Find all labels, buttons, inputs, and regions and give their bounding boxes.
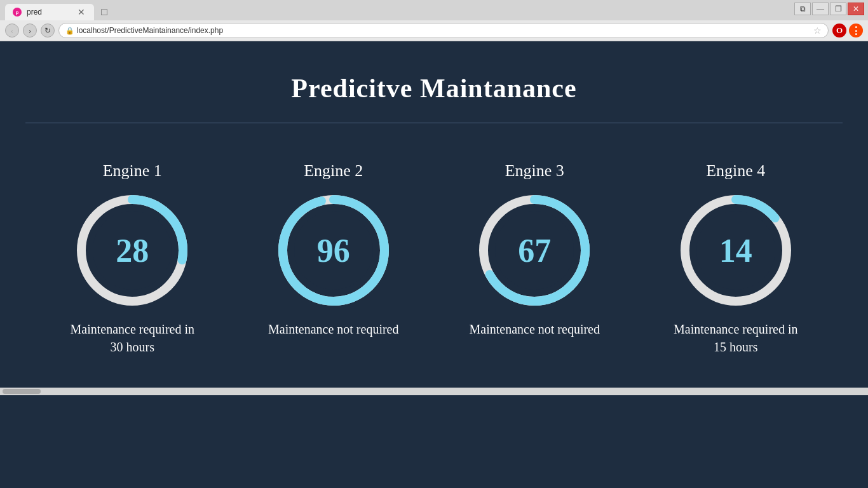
- engine-card-1: Engine 1 28 Maintenance required in 30 h…: [38, 161, 227, 356]
- opera-icons: O ⋮: [832, 24, 863, 37]
- engine-card-4: Engine 4 14 Maintenance required in 15 h…: [642, 161, 831, 356]
- engines-grid: Engine 1 28 Maintenance required in 30 h…: [13, 149, 855, 369]
- window-restore-button[interactable]: ⧉: [794, 3, 811, 15]
- engine-gauge-3: 67: [477, 193, 592, 308]
- window-controls: ⧉ — ❐ ✕: [790, 0, 868, 18]
- engine-gauge-1: 28: [75, 193, 189, 308]
- engine-status-1: Maintenance required in 30 hours: [62, 320, 202, 356]
- bookmark-icon[interactable]: ☆: [813, 25, 822, 36]
- tab-favicon: p: [13, 8, 22, 17]
- engine-status-4: Maintenance required in 15 hours: [666, 320, 806, 356]
- new-tab-button[interactable]: □: [97, 4, 112, 20]
- engine-card-2: Engine 2 96 Maintenance not required: [240, 161, 428, 338]
- address-bar-row: ‹ › ↻ 🔒 localhost/PredictiveMaintainance…: [0, 20, 868, 41]
- window-maximize-button[interactable]: ❐: [830, 3, 846, 15]
- back-button[interactable]: ‹: [5, 24, 19, 37]
- page-title: Predicitve Maintanance: [13, 60, 855, 123]
- address-text: localhost/PredictiveMaintainance/index.p…: [77, 26, 811, 35]
- window-minimize-button[interactable]: —: [812, 3, 829, 15]
- engine-value-4: 14: [719, 232, 752, 269]
- lock-icon: 🔒: [65, 27, 74, 35]
- opera-icon: O: [832, 24, 846, 37]
- tab-bar: p pred ✕ □ ⧉ — ❐ ✕: [0, 0, 868, 20]
- engine-status-3: Maintenance not required: [470, 320, 600, 338]
- engine-status-2: Maintenance not required: [268, 320, 398, 338]
- horizontal-scrollbar[interactable]: [0, 388, 868, 395]
- section-divider: [25, 123, 843, 123]
- engine-title-3: Engine 3: [505, 161, 564, 180]
- address-bar[interactable]: 🔒 localhost/PredictiveMaintainance/index…: [58, 23, 829, 38]
- tab-close-button[interactable]: ✕: [76, 7, 86, 17]
- engine-gauge-2: 96: [276, 193, 391, 308]
- forward-button[interactable]: ›: [23, 24, 37, 37]
- window-close-button[interactable]: ✕: [848, 3, 864, 15]
- scrollbar-thumb[interactable]: [3, 389, 41, 394]
- engine-card-3: Engine 3 67 Maintenance not required: [440, 161, 629, 338]
- engine-title-1: Engine 1: [103, 161, 162, 180]
- engine-gauge-4: 14: [679, 193, 793, 308]
- browser-chrome: p pred ✕ □ ⧉ — ❐ ✕ ‹ › ↻ 🔒 localhost/Pre…: [0, 0, 868, 41]
- engine-value-2: 96: [317, 232, 350, 269]
- engine-title-4: Engine 4: [706, 161, 765, 180]
- main-content: Predicitve Maintanance Engine 1 28 Maint…: [0, 41, 868, 388]
- engine-title-2: Engine 2: [304, 161, 363, 180]
- browser-tab[interactable]: p pred ✕: [5, 4, 94, 20]
- engine-value-1: 28: [116, 232, 149, 269]
- opera-menu-icon[interactable]: ⋮: [849, 24, 863, 37]
- reload-button[interactable]: ↻: [41, 24, 55, 37]
- tab-title: pred: [27, 8, 71, 17]
- engine-value-3: 67: [518, 232, 551, 269]
